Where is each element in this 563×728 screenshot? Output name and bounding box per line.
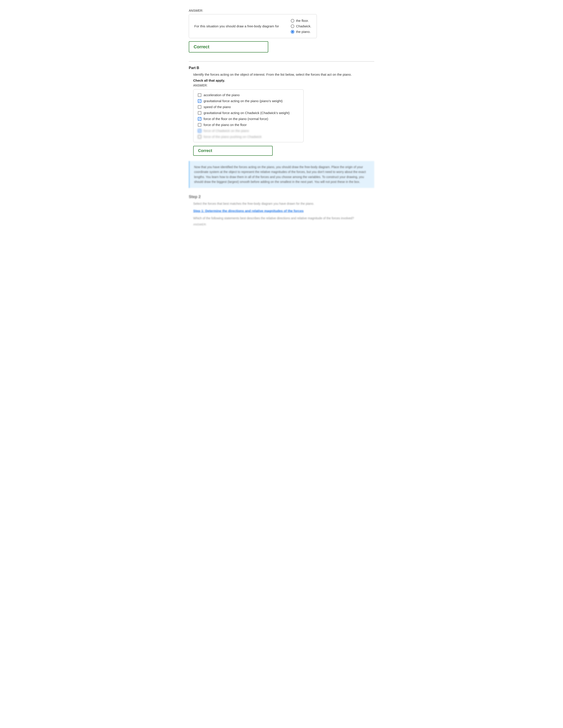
checkbox-box-grav-piano bbox=[198, 99, 201, 103]
step-description: Select the forces that best matches the … bbox=[193, 202, 374, 205]
question-text-a: For this situation you should draw a fre… bbox=[194, 24, 287, 28]
correct-text-b: Correct bbox=[198, 148, 212, 153]
info-bar-text: Now that you have identified the forces … bbox=[194, 165, 366, 184]
step-link[interactable]: Step 1: Determine the directions and rel… bbox=[193, 209, 374, 213]
part-a-section: ANSWER: For this situation you should dr… bbox=[189, 9, 374, 59]
answer-label-b: ANSWER: bbox=[193, 84, 374, 87]
checkbox-label-blurred-1: force of Chadwick on the piano bbox=[203, 129, 249, 133]
checkbox-accel[interactable]: acceleration of the piano bbox=[198, 93, 299, 97]
checkbox-speed[interactable]: speed of the piano bbox=[198, 105, 299, 109]
section-divider bbox=[189, 61, 374, 62]
radio-options-a: the floor. Chadwick. the piano. bbox=[291, 19, 311, 34]
checkbox-label-grav-chad: gravitational force acting on Chadwick (… bbox=[203, 111, 290, 115]
radio-circle-chadwick bbox=[291, 24, 294, 28]
radio-label-piano: the piano. bbox=[296, 30, 311, 34]
checkbox-box-accel bbox=[198, 93, 201, 97]
step-section: Step 2 Select the forces that best match… bbox=[189, 195, 374, 226]
step-label: Step 2 bbox=[189, 195, 374, 199]
correct-badge-b: Correct bbox=[193, 146, 273, 156]
checkbox-label-grav-piano: gravitational force acting on the piano … bbox=[203, 99, 283, 103]
checkbox-normal[interactable]: force of the floor on the piano (normal … bbox=[198, 117, 299, 121]
part-b-section: Part B Identify the forces acting on the… bbox=[189, 66, 374, 161]
checkbox-grav-chad[interactable]: gravitational force acting on Chadwick (… bbox=[198, 111, 299, 115]
checkbox-label-blurred-2: force of the piano pushing on Chadwick bbox=[203, 135, 261, 139]
checkbox-blurred-2[interactable]: force of the piano pushing on Chadwick bbox=[198, 135, 299, 139]
answer-box-partb: acceleration of the piano gravitational … bbox=[193, 89, 304, 142]
info-bar: Now that you have identified the forces … bbox=[189, 161, 374, 188]
checkbox-blurred-1[interactable]: force of Chadwick on the piano bbox=[198, 129, 299, 133]
radio-option-piano[interactable]: the piano. bbox=[291, 30, 311, 34]
checkbox-label-accel: acceleration of the piano bbox=[203, 93, 239, 97]
checkbox-grav-piano[interactable]: gravitational force acting on the piano … bbox=[198, 99, 299, 103]
step-answer-label: ANSWER: bbox=[193, 223, 374, 226]
step-sub-text: Which of the following statements best d… bbox=[193, 216, 374, 221]
answer-label-a: ANSWER: bbox=[189, 9, 374, 12]
checkbox-label-normal: force of the floor on the piano (normal … bbox=[203, 117, 268, 121]
checkbox-box-blurred-1 bbox=[198, 129, 201, 133]
radio-label-floor: the floor. bbox=[296, 19, 309, 23]
checkbox-box-blurred-2 bbox=[198, 135, 201, 139]
part-b-label: Part B bbox=[189, 66, 374, 70]
check-all-text: Check all that apply. bbox=[193, 79, 374, 82]
checkbox-box-normal bbox=[198, 117, 201, 121]
checkbox-label-piano-floor: force of the piano on the floor bbox=[203, 123, 246, 127]
radio-circle-floor bbox=[291, 19, 294, 23]
checkbox-box-grav-chad bbox=[198, 111, 201, 115]
checkbox-box-speed bbox=[198, 105, 201, 109]
radio-option-chadwick[interactable]: Chadwick. bbox=[291, 24, 311, 28]
correct-text-a: Correct bbox=[194, 44, 209, 49]
checkbox-piano-floor[interactable]: force of the piano on the floor bbox=[198, 123, 299, 127]
checkbox-label-speed: speed of the piano bbox=[203, 105, 231, 109]
checkbox-box-piano-floor bbox=[198, 123, 201, 127]
radio-label-chadwick: Chadwick. bbox=[296, 24, 311, 28]
part-b-description: Identify the forces acting on the object… bbox=[193, 73, 374, 76]
radio-circle-piano bbox=[291, 30, 294, 34]
answer-box-parta: For this situation you should draw a fre… bbox=[189, 14, 317, 38]
correct-badge-a: Correct bbox=[189, 41, 268, 53]
radio-option-floor[interactable]: the floor. bbox=[291, 19, 311, 23]
